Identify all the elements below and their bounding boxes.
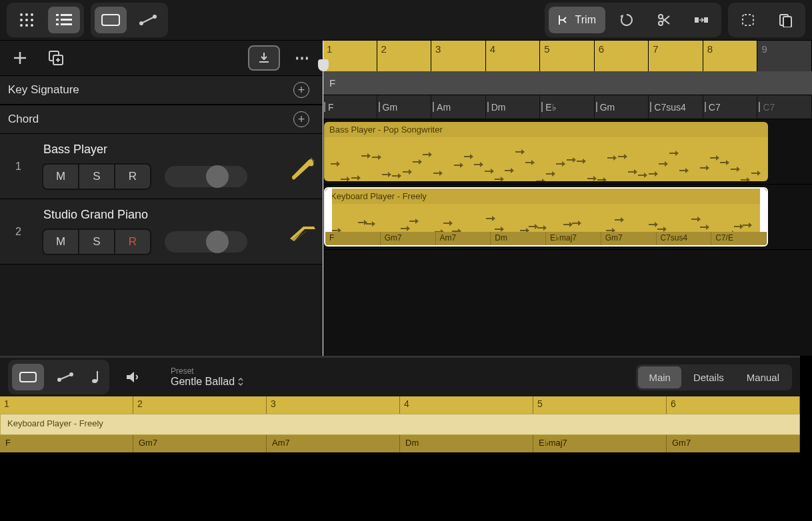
editor-view-group — [8, 360, 109, 394]
editor-automation-button[interactable] — [49, 364, 81, 390]
editor-ruler-bar[interactable]: 3 — [267, 396, 400, 414]
chord-cell[interactable]: E♭ — [540, 95, 595, 119]
record-enable-button[interactable]: R — [115, 230, 150, 254]
select-button[interactable] — [732, 7, 764, 33]
inner-chord: F — [325, 232, 381, 245]
editor-ruler[interactable]: 123456 — [0, 396, 800, 414]
chord-cell[interactable]: Am — [431, 95, 486, 119]
svg-point-4 — [25, 19, 28, 21]
svg-point-6 — [20, 24, 23, 27]
loop-button[interactable] — [611, 7, 643, 33]
duplicate-track-button[interactable] — [43, 45, 69, 71]
track-row-1[interactable]: 1Bass PlayerMSR — [0, 134, 323, 199]
preset-name: Gentle Ballad — [171, 376, 235, 388]
svg-rect-9 — [56, 14, 59, 16]
ruler-bar-5[interactable]: 5 — [540, 41, 595, 71]
editor-region-view-button[interactable] — [12, 364, 44, 390]
editor-panel: Preset Gentle Ballad MainDetailsManual 1… — [0, 356, 800, 521]
volume-knob[interactable] — [206, 165, 229, 188]
chord-cell[interactable]: Dm — [486, 95, 541, 119]
add-key-signature-button[interactable]: + — [293, 82, 309, 98]
ruler-bar-8[interactable]: 8 — [703, 41, 758, 71]
chord-cell[interactable]: C7sus4 — [649, 95, 703, 119]
editor-ruler-bar[interactable]: 1 — [0, 396, 133, 414]
region-view-button[interactable] — [95, 7, 127, 33]
chord-cell[interactable]: Gm — [377, 95, 432, 119]
add-track-button[interactable] — [7, 45, 33, 71]
playhead[interactable] — [323, 41, 323, 356]
ruler-bar-6[interactable]: 6 — [595, 41, 649, 71]
grid-view-button[interactable] — [11, 7, 43, 33]
ruler-bar-9[interactable]: 9 — [757, 41, 812, 71]
view-mode-group — [7, 3, 84, 37]
msr-group: MSR — [42, 163, 151, 190]
keys-region[interactable]: Keyboard Player - Freely FGm7Am7DmE♭maj7… — [324, 187, 768, 247]
ruler-bar-1[interactable]: 1 — [323, 41, 377, 71]
ruler-bar-4[interactable]: 4 — [486, 41, 541, 71]
volume-knob[interactable] — [206, 231, 229, 253]
svg-point-3 — [20, 19, 23, 21]
chord-row[interactable]: Chord + — [0, 105, 323, 134]
editor-ruler-bar[interactable]: 5 — [533, 396, 667, 414]
track-list-header: ⋯ — [0, 41, 323, 75]
ruler-bar-2[interactable]: 2 — [377, 41, 432, 71]
track-row-2[interactable]: 2Studio Grand PianoMSR — [0, 199, 323, 264]
editor-notation-button[interactable] — [87, 364, 105, 390]
track-2-lane[interactable]: Keyboard Player - Freely FGm7Am7DmE♭maj7… — [323, 185, 812, 250]
add-chord-button[interactable]: + — [293, 111, 309, 127]
track-list-panel: ⋯ Key Signature + Chord + 1Bass PlayerMS… — [0, 41, 323, 356]
instrument-icon[interactable] — [281, 153, 323, 181]
svg-rect-11 — [56, 19, 59, 21]
track-1-lane[interactable]: Bass Player - Pop Songwriter — [323, 119, 812, 185]
tab-manual[interactable]: Manual — [736, 366, 790, 388]
key-lane[interactable]: F — [323, 71, 812, 95]
inner-chord: Am7 — [436, 232, 491, 245]
chord-cell[interactable]: C7 — [703, 95, 758, 119]
mute-preview-button[interactable] — [117, 364, 149, 390]
chord-cell[interactable]: C7 — [757, 95, 812, 119]
mute-button[interactable]: M — [43, 230, 78, 254]
track-number: 1 — [0, 161, 37, 173]
more-options-button[interactable]: ⋯ — [289, 45, 316, 71]
solo-button[interactable]: S — [79, 230, 114, 254]
preset-selector[interactable]: Preset Gentle Ballad — [171, 366, 244, 388]
import-button[interactable] — [248, 45, 280, 71]
chord-cell[interactable]: F — [323, 95, 377, 119]
chord-lane[interactable]: FGmAmDmE♭GmC7sus4C7C7 — [323, 95, 812, 119]
svg-rect-15 — [102, 15, 119, 25]
tab-details[interactable]: Details — [683, 366, 735, 388]
instrument-icon[interactable] — [281, 220, 323, 244]
editor-region[interactable]: Keyboard Player - Freely — [0, 414, 800, 435]
bar-ruler[interactable]: 123456789 — [323, 41, 812, 71]
editor-ruler-bar[interactable]: 4 — [400, 396, 533, 414]
chord-cell[interactable]: Gm — [595, 95, 649, 119]
join-button[interactable] — [685, 7, 717, 33]
mute-button[interactable]: M — [43, 165, 78, 189]
automation-view-button[interactable] — [132, 7, 164, 33]
volume-slider[interactable] — [165, 166, 247, 187]
svg-rect-12 — [61, 19, 72, 21]
bass-region[interactable]: Bass Player - Pop Songwriter — [324, 122, 768, 181]
list-view-button[interactable] — [48, 7, 80, 33]
paste-button[interactable] — [769, 7, 801, 33]
volume-slider[interactable] — [165, 231, 247, 253]
solo-button[interactable]: S — [79, 165, 114, 189]
ruler-bar-3[interactable]: 3 — [431, 41, 486, 71]
editor-chord-cell[interactable]: Gm7 — [133, 435, 267, 452]
editor-ruler-bar[interactable]: 2 — [133, 396, 267, 414]
editor-ruler-bar[interactable]: 6 — [667, 396, 800, 414]
record-enable-button[interactable]: R — [115, 165, 150, 189]
editor-chord-cell[interactable]: Gm7 — [667, 435, 800, 452]
editor-chord-cell[interactable]: Dm — [400, 435, 533, 452]
tab-main[interactable]: Main — [638, 366, 681, 388]
split-button[interactable] — [648, 7, 680, 33]
editor-toolbar: Preset Gentle Ballad MainDetailsManual — [0, 358, 800, 396]
key-signature-row[interactable]: Key Signature + — [0, 75, 323, 105]
editor-region-title: Keyboard Player - Freely — [7, 418, 103, 428]
trim-button[interactable]: Trim — [549, 7, 605, 33]
ruler-bar-7[interactable]: 7 — [649, 41, 703, 71]
editor-chord-cell[interactable]: F — [0, 435, 133, 452]
editor-chord-cell[interactable]: Am7 — [267, 435, 400, 452]
editor-chord-cell[interactable]: E♭maj7 — [533, 435, 667, 452]
key-value: F — [329, 77, 335, 89]
